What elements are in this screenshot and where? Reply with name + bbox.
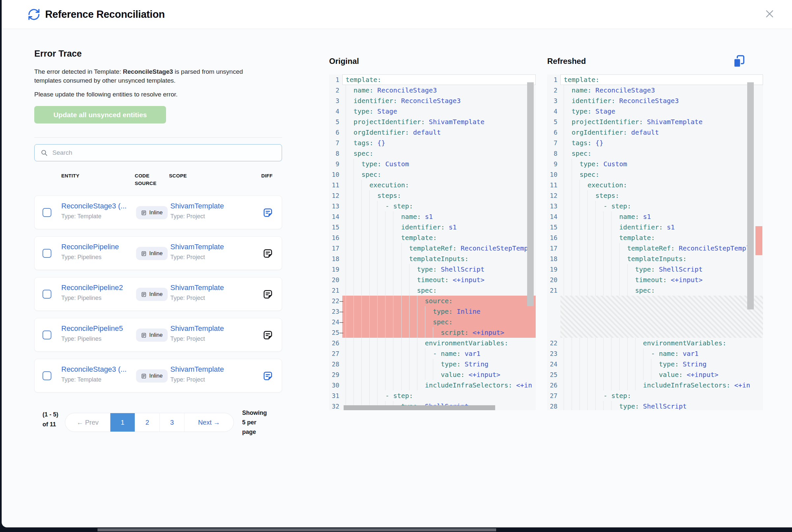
line-number: 9 (329, 159, 342, 169)
line-number: 5 (329, 116, 342, 127)
original-panel-title: Original (329, 57, 359, 66)
line-number: 24 (547, 359, 560, 369)
reference-reconciliation-dialog: Reference Reconciliation Error Trace The… (2, 0, 792, 527)
line-number: 27 (547, 391, 560, 401)
prev-page-button[interactable]: ← Prev (65, 413, 110, 432)
original-vertical-scrollbar[interactable] (527, 82, 534, 306)
scope-type-label: Type: Project (170, 376, 205, 383)
page-button-2[interactable]: 2 (135, 413, 160, 432)
diff-icon[interactable] (262, 330, 273, 340)
line-number: 17 (329, 243, 342, 253)
entity-link[interactable]: ReconcilePipeline5 (61, 324, 123, 333)
code-line: 19type: ShellScript (547, 264, 763, 274)
table-row: ReconcileStage3 (... Type: Template Inli… (34, 195, 282, 229)
line-number: 12 (329, 190, 342, 201)
code-line: 11execution: (547, 180, 763, 190)
scope-link[interactable]: ShivamTemplate (170, 202, 224, 210)
scope-type-label: Type: Project (170, 336, 205, 342)
original-code-editor: 1template:2name: ReconcileStage33identif… (329, 74, 536, 410)
scope-link[interactable]: ShivamTemplate (170, 243, 224, 251)
line-number: 25 (329, 327, 342, 338)
line-number: 5 (547, 116, 560, 127)
diff-icon[interactable] (262, 207, 273, 218)
row-checkbox[interactable] (42, 330, 51, 339)
line-number: 29 (329, 369, 342, 380)
code-line: 2name: ReconcileStage3 (329, 85, 536, 95)
row-checkbox[interactable] (42, 371, 51, 380)
page-horizontal-scrollbar[interactable] (97, 528, 496, 531)
line-number: 18 (329, 253, 342, 264)
code-line: 18templateInputs: (329, 253, 536, 264)
code-line: 26includeInfraSelectors: <+in (547, 380, 763, 391)
code-source-badge: Inline (136, 206, 168, 219)
code-line: 27- step: (547, 391, 763, 401)
line-number: 20 (547, 274, 560, 285)
line-number: 22 (547, 338, 560, 348)
page-button-1[interactable]: 1 (110, 413, 135, 432)
deleted-region-ruler-marker (755, 226, 762, 255)
code-line: 13- step: (547, 201, 763, 211)
entity-link[interactable]: ReconcileStage3 (... (61, 202, 127, 210)
update-all-unsynced-button[interactable]: Update all unsynced entities (34, 106, 166, 124)
search-input[interactable] (52, 149, 282, 156)
line-number: 22 (329, 296, 342, 306)
line-number: 4 (547, 106, 560, 116)
diff-icon[interactable] (262, 289, 273, 300)
entity-type-label: Type: Template (61, 376, 102, 383)
line-number: 2 (547, 85, 560, 95)
line-number: 25 (547, 369, 560, 380)
code-source-label: Inline (149, 250, 163, 257)
line-number: 16 (329, 232, 342, 243)
scope-link[interactable]: ShivamTemplate (170, 365, 224, 374)
code-line: 18templateInputs: (547, 253, 763, 264)
code-line: 10spec: (547, 169, 763, 180)
refreshed-vertical-scrollbar[interactable] (747, 82, 754, 309)
line-number: 16 (547, 232, 560, 243)
pagination-controls: ← Prev123Next → (65, 413, 234, 432)
original-horizontal-scrollbar[interactable] (344, 405, 495, 410)
code-line: 4type: Stage (329, 106, 536, 116)
close-icon[interactable] (764, 8, 775, 19)
code-line: 14name: s1 (547, 211, 763, 222)
pagination-range: (1 - 5) of 11 (42, 410, 60, 429)
table-row: ReconcilePipeline Type: Pipelines Inline… (34, 236, 282, 270)
code-line: 12steps: (329, 190, 536, 201)
entity-link[interactable]: ReconcileStage3 (... (61, 365, 127, 374)
line-number: 31 (329, 391, 342, 401)
entity-type-label: Type: Pipelines (61, 254, 102, 261)
entity-link[interactable]: ReconcilePipeline (61, 243, 119, 251)
line-number: 8 (329, 148, 342, 159)
code-line: 12steps: (547, 190, 763, 201)
code-line: 5projectIdentifier: ShivamTemplate (329, 116, 536, 127)
scope-link[interactable]: ShivamTemplate (170, 324, 224, 333)
line-number: 14 (547, 211, 560, 222)
row-checkbox[interactable] (42, 249, 51, 258)
table-row: ReconcileStage3 (... Type: Template Inli… (34, 359, 282, 393)
code-line: 9type: Custom (547, 159, 763, 169)
dialog-header: Reference Reconciliation (2, 0, 792, 29)
next-page-button[interactable]: Next → (184, 413, 234, 432)
entity-link[interactable]: ReconcilePipeline2 (61, 283, 123, 292)
copy-icon[interactable] (733, 55, 745, 68)
line-number: 8 (547, 148, 560, 159)
diff-icon[interactable] (262, 248, 273, 259)
code-line: 20timeout: <+input> (329, 274, 536, 285)
code-line: 26environmentVariables: (329, 338, 536, 348)
refreshed-panel-title: Refreshed (547, 57, 586, 66)
code-line-deleted: 25script: <+input> (329, 327, 536, 338)
page-button-3[interactable]: 3 (160, 413, 184, 432)
row-checkbox[interactable] (42, 290, 51, 299)
code-line: 7tags: {} (547, 138, 763, 148)
scope-link[interactable]: ShivamTemplate (170, 283, 224, 292)
row-checkbox[interactable] (42, 208, 51, 217)
error-trace-instruction: Please update the following entities to … (34, 91, 262, 98)
code-line: 29value: <+input> (329, 369, 536, 380)
error-trace-heading: Error Trace (34, 49, 82, 59)
code-line: 28type: String (329, 359, 536, 369)
code-line: 28type: ShellScript (547, 401, 763, 410)
diff-icon[interactable] (262, 371, 273, 381)
line-number: 3 (547, 95, 560, 106)
code-line: 23- name: var1 (547, 348, 763, 359)
code-source-label: Inline (149, 291, 163, 298)
error-trace-description: The error detected in Template: Reconcil… (34, 67, 262, 85)
